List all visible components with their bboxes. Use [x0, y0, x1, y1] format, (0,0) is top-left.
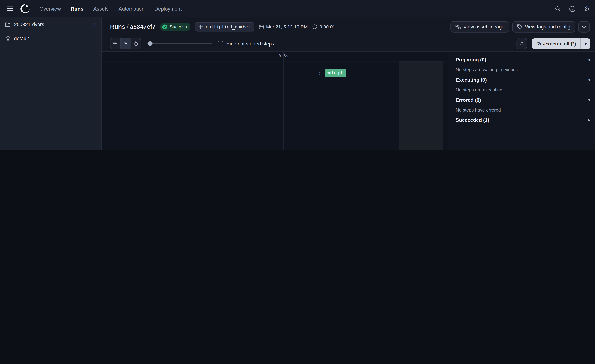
gantt-toolbar-right: Re-execute all (*) ▾ [517, 38, 590, 49]
step-section-header[interactable]: Executing (0)▾ [456, 75, 590, 85]
folder-icon [5, 22, 11, 27]
gantt-dashed-span-small [314, 71, 319, 76]
run-duration: 0:00:01 [312, 24, 335, 29]
nav-item-assets[interactable]: Assets [93, 6, 109, 12]
step-section-header[interactable]: Succeeded (1)▸ [456, 115, 590, 125]
asset-grid-icon [199, 25, 204, 29]
checkbox-box[interactable] [218, 41, 223, 46]
gear-icon[interactable]: ⚙ [584, 6, 590, 12]
gantt-waterfall-view-button[interactable] [121, 38, 131, 49]
gantt-view-toggle [110, 38, 141, 49]
hide-not-started-checkbox[interactable]: Hide not started steps [218, 41, 274, 46]
sidebar-default-label: default [14, 36, 29, 41]
nav-item-deployment[interactable]: Deployment [154, 6, 182, 12]
gantt-toolbar: Hide not started steps Re-execute all (*… [102, 36, 595, 52]
main-content: Runs/a5347ef7 Success multiplied_number … [102, 17, 595, 150]
reexecute-split-button: Re-execute all (*) ▾ [532, 38, 590, 49]
gantt-shaded-region [399, 61, 443, 150]
step-section-title: Executing (0) [456, 77, 487, 83]
step-section-header[interactable]: Preparing (0)▾ [456, 55, 590, 65]
chevron-right-icon[interactable]: ▸ [588, 118, 590, 122]
topnav-actions: ? ⚙ [555, 6, 590, 12]
sidebar: 250321-dvers 1 default 250321-dvers [0, 17, 102, 150]
run-header-actions: View asset lineage View tags and config [450, 21, 590, 33]
run-datetime: Mar 21, 5:12:10 PM [259, 24, 308, 29]
slider-track [147, 43, 212, 44]
chevron-down-icon[interactable]: ▾ [588, 98, 590, 103]
sidebar-item-default[interactable]: default [0, 31, 101, 45]
expand-collapse-button[interactable] [517, 38, 527, 49]
sidebar-item-code-location[interactable]: 250321-dvers 1 [0, 17, 101, 32]
chevron-down-icon: ▾ [585, 42, 587, 46]
primary-nav: OverviewRunsAssetsAutomationDeployment [39, 6, 182, 12]
step-section-title: Preparing (0) [456, 57, 486, 63]
chevron-down-icon[interactable]: ▾ [588, 77, 590, 82]
chevron-down-icon [582, 26, 586, 28]
top-nav: OverviewRunsAssetsAutomationDeployment ?… [0, 0, 595, 17]
gantt-chart[interactable]: 0.5s multipli… Hide unselected ste [102, 52, 448, 150]
zoom-slider[interactable] [147, 38, 212, 49]
breadcrumb-runs-link[interactable]: Runs [110, 23, 125, 30]
gantt-timer-button[interactable] [131, 38, 141, 49]
step-section-empty-text: No steps are executing [456, 85, 590, 95]
check-circle-icon [162, 24, 167, 29]
dagster-logo-icon[interactable] [19, 3, 31, 15]
search-icon[interactable] [555, 6, 561, 12]
calendar-icon [259, 24, 264, 29]
svg-text:?: ? [571, 7, 574, 11]
nav-item-runs[interactable]: Runs [71, 6, 84, 12]
run-header: Runs/a5347ef7 Success multiplied_number … [102, 17, 595, 36]
gantt-step-bar[interactable]: multipli… [325, 69, 346, 77]
code-location-count: 1 [93, 22, 96, 27]
nav-item-overview[interactable]: Overview [39, 6, 61, 12]
status-badge: Success [160, 22, 191, 31]
gantt-axis: 0.5s [102, 52, 448, 61]
code-location-label: 250321-dvers [14, 21, 44, 27]
step-section-header[interactable]: Errored (0)▾ [456, 95, 590, 105]
view-asset-lineage-button[interactable]: View asset lineage [450, 21, 509, 33]
reexecute-all-button[interactable]: Re-execute all (*) [532, 38, 581, 49]
breadcrumb: Runs/a5347ef7 [110, 23, 156, 30]
nav-item-automation[interactable]: Automation [119, 6, 145, 12]
run-id: a5347ef7 [130, 23, 156, 30]
hamburger-menu-icon[interactable] [5, 4, 15, 14]
asset-tag[interactable]: multiplied_number [195, 22, 254, 31]
slider-thumb[interactable] [148, 42, 153, 46]
clock-icon [312, 24, 317, 29]
gantt-zone: 0.5s multipli… Hide unselected ste [102, 52, 595, 150]
gantt-gridline [283, 52, 284, 150]
asset-group-icon [5, 36, 11, 41]
dagster-run-page: OverviewRunsAssetsAutomationDeployment ?… [0, 0, 595, 150]
view-tags-config-button[interactable]: View tags and config [512, 21, 575, 33]
gantt-dashed-span [115, 71, 297, 76]
step-section-empty-text: No steps are waiting to execute [456, 65, 590, 75]
help-icon[interactable]: ? [569, 6, 575, 12]
step-status-panel: Preparing (0)▾No steps are waiting to ex… [448, 52, 595, 150]
chevron-down-icon[interactable]: ▾ [588, 57, 590, 62]
reexecute-caret-button[interactable]: ▾ [581, 38, 590, 49]
gantt-flat-view-button[interactable] [110, 38, 121, 49]
step-section-empty-text: No steps have errored [456, 105, 590, 115]
step-section-title: Errored (0) [456, 97, 481, 103]
header-more-button[interactable] [578, 21, 590, 33]
step-section-title: Succeeded (1) [456, 117, 489, 123]
tag-icon [517, 24, 522, 29]
lineage-icon [455, 25, 461, 29]
